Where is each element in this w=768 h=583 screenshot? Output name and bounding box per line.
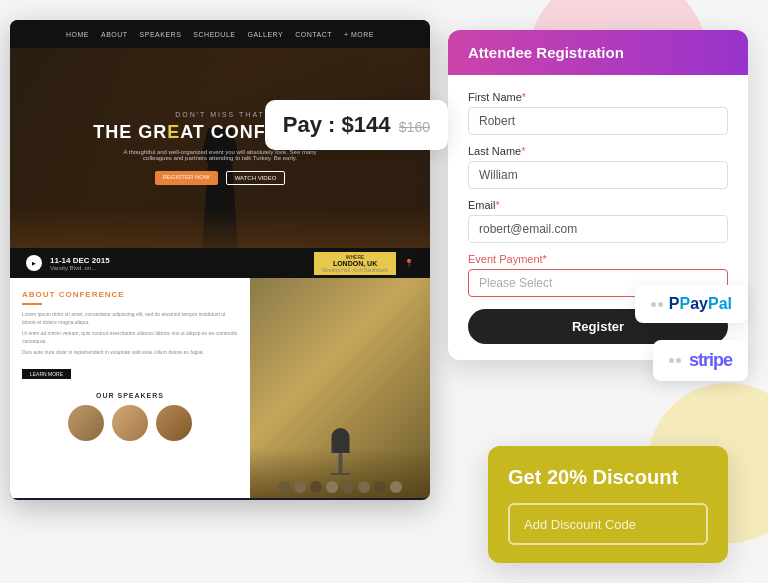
about-text-3: Duis aute irure dolor in reprehenderit i… bbox=[22, 349, 238, 357]
label-last-name: Last Name* bbox=[468, 145, 728, 157]
where-sub: Meeting Hall, Arch Southbank bbox=[322, 267, 388, 273]
event-where: WHERE LONDON, UK Meeting Hall, Arch Sout… bbox=[314, 252, 396, 275]
mockup-content: ABOUT CONFERENCE Lorem ipsum dolor sit a… bbox=[10, 278, 430, 498]
hero-buttons: REGISTER NOW WATCH VIDEO bbox=[155, 171, 286, 185]
speakers-row bbox=[22, 405, 238, 441]
mockup-left-col: ABOUT CONFERENCE Lorem ipsum dolor sit a… bbox=[10, 278, 250, 498]
hero-crowd bbox=[10, 208, 430, 248]
speaker-1 bbox=[68, 405, 104, 441]
price-badge: Pay : $144 $160 bbox=[265, 100, 448, 150]
nav-item-home: HOME bbox=[66, 31, 89, 38]
price-original: $160 bbox=[399, 119, 430, 135]
about-title: ABOUT CONFERENCE bbox=[22, 290, 238, 299]
mockup-date-strip: 11-14 DEC 2015 Varsity Blvd, on... WHERE… bbox=[10, 248, 430, 278]
paypal-badge: PPayPal bbox=[635, 285, 748, 323]
discount-input-placeholder: Add Discount Code bbox=[524, 517, 636, 532]
about-divider bbox=[22, 303, 42, 305]
stripe-dots bbox=[669, 358, 681, 363]
hero-watch-btn: WATCH VIDEO bbox=[226, 171, 286, 185]
conference-image bbox=[250, 278, 430, 498]
label-first-name: First Name* bbox=[468, 91, 728, 103]
hero-dont-miss: DON'T MISS THAT bbox=[175, 111, 265, 118]
input-last-name[interactable] bbox=[468, 161, 728, 189]
paypal-dots bbox=[651, 302, 663, 307]
paypal-dot-2 bbox=[658, 302, 663, 307]
discount-title: Get 20% Discount bbox=[508, 466, 708, 489]
speakers-section: OUR SPEAKERS bbox=[22, 392, 238, 441]
website-mockup: HOME ABOUT SPEAKERS SCHEDULE GALLERY CON… bbox=[10, 20, 430, 500]
discount-card: Get 20% Discount Add Discount Code bbox=[488, 446, 728, 563]
paypal-dot-1 bbox=[651, 302, 656, 307]
pin-icon: 📍 bbox=[404, 259, 414, 268]
speaker-3 bbox=[156, 405, 192, 441]
mockup-right-col bbox=[250, 278, 430, 498]
speaker-2 bbox=[112, 405, 148, 441]
play-icon bbox=[26, 255, 42, 271]
nav-item-schedule: SCHEDULE bbox=[193, 31, 235, 38]
where-city: LONDON, UK bbox=[333, 260, 377, 267]
stripe-dot-1 bbox=[669, 358, 674, 363]
nav-item-about: ABOUT bbox=[101, 31, 128, 38]
label-email: Email* bbox=[468, 199, 728, 211]
about-text-2: Ut enim ad minim veniam, quis nostrud ex… bbox=[22, 330, 238, 345]
label-event-payment: Event Payment* bbox=[468, 253, 728, 265]
crowd-heads bbox=[250, 481, 430, 493]
paypal-logo: PPayPal bbox=[669, 295, 732, 313]
hero-subtitle: A thoughtful and well-organized event yo… bbox=[120, 149, 320, 161]
input-email[interactable] bbox=[468, 215, 728, 243]
event-date: 11-14 DEC 2015 bbox=[50, 256, 110, 265]
price-pay-label: Pay : $144 bbox=[283, 112, 391, 137]
nav-item-contact: CONTACT bbox=[295, 31, 332, 38]
stripe-badge: stripe bbox=[653, 340, 748, 381]
learn-more-btn: LEARN MORE bbox=[22, 369, 71, 379]
stripe-logo: stripe bbox=[689, 350, 732, 371]
discount-input-wrapper[interactable]: Add Discount Code bbox=[508, 503, 708, 545]
speakers-title: OUR SPEAKERS bbox=[22, 392, 238, 399]
hero-register-btn: REGISTER NOW bbox=[155, 171, 218, 185]
stripe-dot-2 bbox=[676, 358, 681, 363]
event-venue: Varsity Blvd, on... bbox=[50, 265, 110, 271]
about-text-1: Lorem ipsum dolor sit amet, consectetur … bbox=[22, 311, 238, 326]
nav-item-gallery: GALLERY bbox=[247, 31, 283, 38]
nav-item-speakers: SPEAKERS bbox=[140, 31, 182, 38]
reg-header: Attendee Registration bbox=[448, 30, 748, 75]
nav-item-more: + MORE bbox=[344, 31, 374, 38]
input-first-name[interactable] bbox=[468, 107, 728, 135]
mockup-nav: HOME ABOUT SPEAKERS SCHEDULE GALLERY CON… bbox=[10, 20, 430, 48]
